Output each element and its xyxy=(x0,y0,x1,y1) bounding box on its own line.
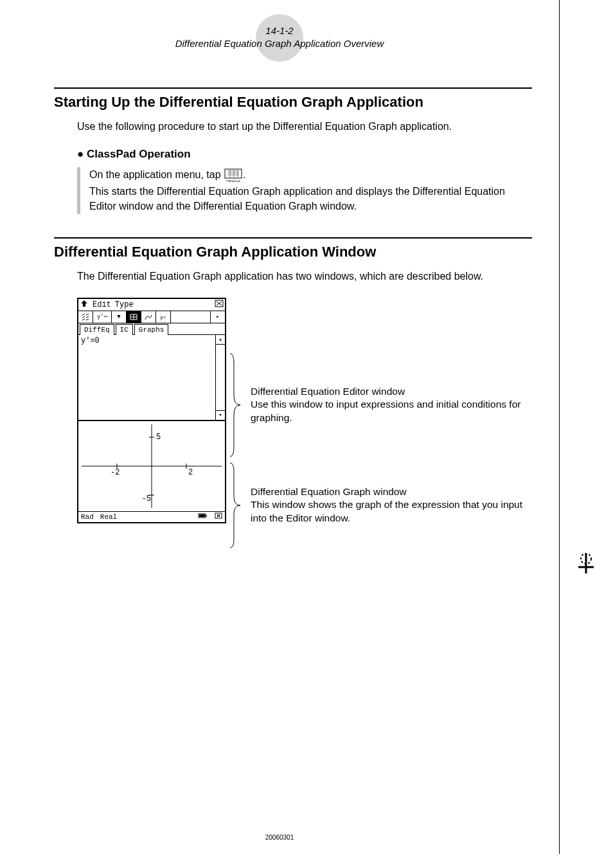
brace-editor-icon xyxy=(226,350,248,460)
toolbar: y'⋯ ▼ y= ▸ xyxy=(78,311,225,323)
heading-window: Differential Equation Graph Application … xyxy=(54,244,532,260)
svg-rect-32 xyxy=(206,515,207,516)
status-battery-icon xyxy=(198,512,208,521)
annotation-graph-body: This window shows the graph of the expre… xyxy=(251,498,532,525)
footer-date: 20060301 xyxy=(0,834,559,841)
menu-edit: Edit xyxy=(93,300,111,309)
tab-ic: IC xyxy=(116,324,133,335)
status-real: Real xyxy=(100,513,117,521)
step-1-post: . xyxy=(243,169,245,180)
heading-startup: Starting Up the Differential Equation Gr… xyxy=(54,94,532,111)
svg-text:y=: y= xyxy=(160,314,166,320)
step-1: On the application menu, tap DiffEqGraph… xyxy=(89,167,532,183)
svg-text:5: 5 xyxy=(156,433,161,442)
step-2: This starts the Differential Equation Gr… xyxy=(89,184,532,213)
svg-rect-33 xyxy=(199,514,205,517)
scrollbar: ▴ ▾ xyxy=(215,335,225,420)
svg-line-11 xyxy=(82,314,85,315)
svg-text:2: 2 xyxy=(188,468,193,477)
tab-bar: DiffEq IC Graphs xyxy=(78,323,225,335)
scroll-up-icon: ▴ xyxy=(216,335,225,345)
menu-bar: Edit Type xyxy=(78,299,225,311)
annotation-graph: Differential Equation Graph window This … xyxy=(248,485,532,526)
svg-line-13 xyxy=(82,316,85,318)
menu-type: Type xyxy=(115,300,134,309)
page-header: 14-1-2 Differential Equation Graph Appli… xyxy=(0,18,559,64)
tab-graphs: Graphs xyxy=(134,324,169,335)
status-pause-icon xyxy=(215,512,222,521)
svg-rect-36 xyxy=(219,514,220,517)
tab-diffeq: DiffEq xyxy=(80,324,114,335)
section-title: Differential Equation Graph Application … xyxy=(0,37,559,50)
bullet-icon: ● xyxy=(77,148,84,160)
figure: Edit Type y'⋯ ▼ y= xyxy=(77,298,532,551)
svg-rect-0 xyxy=(225,169,242,178)
toolbar-window-icon xyxy=(127,311,141,323)
svg-line-16 xyxy=(86,319,89,320)
svg-line-14 xyxy=(86,316,89,318)
device-screenshot: Edit Type y'⋯ ▼ y= xyxy=(77,298,226,523)
divider xyxy=(54,87,532,89)
editor-window: y'=0 ▴ ▾ xyxy=(78,335,225,420)
brace-graph-icon xyxy=(226,460,248,551)
svg-line-12 xyxy=(86,314,89,315)
step-1-pre: On the application menu, tap xyxy=(89,169,224,180)
svg-rect-34 xyxy=(215,513,222,518)
classpad-operation-heading: ● ClassPad Operation xyxy=(77,148,532,161)
annotation-editor-title: Differential Equation Editor window xyxy=(251,385,532,399)
svg-line-15 xyxy=(82,319,85,320)
svg-rect-35 xyxy=(217,514,218,517)
section-number: 14-1-2 xyxy=(0,24,559,37)
toolbar-yprime-icon: y'⋯ xyxy=(93,311,112,323)
toolbar-misc-icon: y= xyxy=(156,311,171,323)
intro-window: The Differential Equation Graph applicat… xyxy=(77,269,532,284)
classpad-operation-label: ClassPad Operation xyxy=(87,148,191,160)
scroll-down-icon: ▾ xyxy=(216,410,225,420)
annotation-editor: Differential Equation Editor window Use … xyxy=(248,385,532,426)
intro-startup: Use the following procedure to start up … xyxy=(77,120,532,134)
operation-steps: On the application menu, tap DiffEqGraph… xyxy=(77,167,532,213)
svg-text:-5: -5 xyxy=(142,494,151,503)
annotation-editor-body: Use this window to input expressions and… xyxy=(251,398,532,425)
svg-text:-2: -2 xyxy=(111,468,120,477)
menu-app-icon xyxy=(80,300,89,310)
diffeq-app-icon: DiffEqGraph xyxy=(224,168,243,183)
close-icon xyxy=(215,300,224,310)
svg-text:DiffEqGraph: DiffEqGraph xyxy=(226,179,240,183)
toolbar-graph-icon xyxy=(141,311,156,323)
registration-mark-icon xyxy=(574,552,598,577)
toolbar-dropdown-icon: ▼ xyxy=(112,311,127,323)
editor-content: y'=0 xyxy=(78,335,215,420)
divider xyxy=(54,237,532,239)
status-bar: Rad Real xyxy=(78,511,225,522)
graph-window: 5 -5 2 -2 xyxy=(78,420,225,511)
toolbar-slope-icon xyxy=(78,311,93,323)
status-rad: Rad xyxy=(81,513,94,521)
toolbar-more-icon: ▸ xyxy=(211,311,225,323)
annotation-graph-title: Differential Equation Graph window xyxy=(251,485,532,499)
